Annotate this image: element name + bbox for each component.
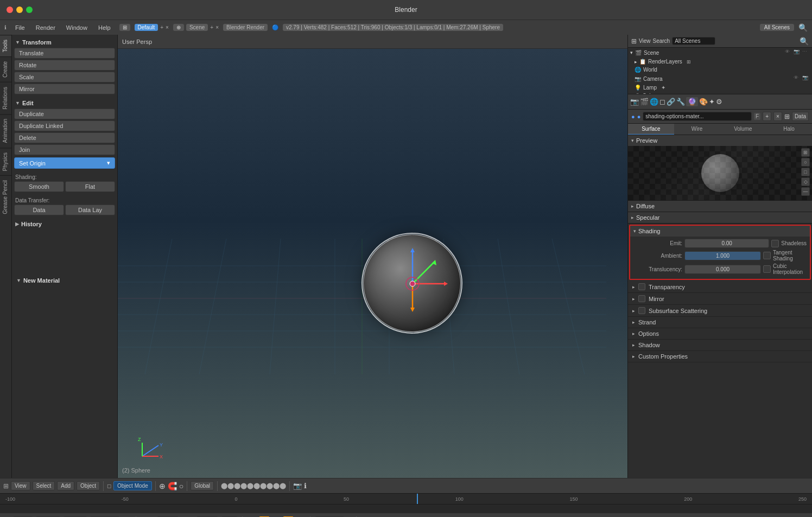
engine-badge[interactable]: Blender Render bbox=[223, 24, 268, 31]
duplicate-button[interactable]: Duplicate bbox=[14, 108, 115, 119]
subsurface-item[interactable]: ▸ Subsurface Scattering bbox=[628, 305, 812, 317]
scene-cam-icon[interactable]: 📷 bbox=[794, 49, 801, 56]
specular-header[interactable]: ▸ Specular bbox=[628, 212, 812, 223]
scene-lock-icon[interactable]: ⋯ bbox=[802, 49, 810, 56]
outliner-item-renderlayers[interactable]: ▸ 📋 RenderLayers ⊞ bbox=[628, 58, 812, 66]
flat-button[interactable]: Flat bbox=[65, 181, 115, 192]
all-scenes[interactable]: All Scenes bbox=[760, 24, 794, 31]
viewport[interactable]: User Persp bbox=[118, 35, 627, 478]
prop-icon-world[interactable]: 🌐 bbox=[650, 98, 658, 106]
material-name-input[interactable]: shading-options-mater... bbox=[643, 112, 752, 121]
mat-tab-volume[interactable]: Volume bbox=[720, 124, 766, 135]
mirror-checkbox[interactable] bbox=[638, 295, 645, 302]
proportional-icon[interactable]: ○ bbox=[179, 482, 183, 490]
shadeless-checkbox[interactable] bbox=[771, 240, 779, 247]
prop-icon-texture[interactable]: 🎨 bbox=[699, 98, 708, 106]
mirror-item[interactable]: ▸ Mirror bbox=[628, 293, 812, 305]
shading-header[interactable]: ▾ Shading bbox=[630, 226, 810, 237]
vtab-physics[interactable]: Physics bbox=[0, 148, 11, 175]
close-button[interactable] bbox=[7, 7, 13, 13]
transparency-item[interactable]: ▸ Transparency bbox=[628, 281, 812, 293]
preview-ctrl-5[interactable]: — bbox=[801, 187, 810, 196]
duplicate-linked-button[interactable]: Duplicate Linked bbox=[14, 120, 115, 131]
tangent-checkbox[interactable] bbox=[763, 252, 771, 259]
menu-render[interactable]: Render bbox=[31, 23, 60, 32]
prop-icon-particles[interactable]: ✦ bbox=[709, 98, 715, 106]
search-icon[interactable]: 🔍 bbox=[798, 23, 808, 32]
preview-ctrl-2[interactable]: ○ bbox=[801, 158, 810, 167]
strand-item[interactable]: ▸ Strand bbox=[628, 317, 812, 328]
render-icon[interactable]: 📷 bbox=[293, 482, 302, 490]
preview-ctrl-4[interactable]: ◇ bbox=[801, 177, 810, 186]
select-btn[interactable]: Select bbox=[33, 481, 55, 490]
workspace-badge[interactable]: Default bbox=[135, 24, 158, 31]
mat-tab-surface[interactable]: Surface bbox=[628, 124, 674, 135]
data-lay-button[interactable]: Data Lay bbox=[65, 205, 115, 215]
outliner-item-camera[interactable]: 📷 Camera 👁 📷 bbox=[628, 74, 812, 84]
vtab-create[interactable]: Create bbox=[0, 56, 11, 82]
camera-render-icon[interactable]: 📷 bbox=[802, 75, 810, 82]
delete-button[interactable]: Delete bbox=[14, 132, 115, 143]
vtab-tools[interactable]: Tools bbox=[0, 35, 11, 56]
translate-button[interactable]: Translate bbox=[14, 48, 115, 59]
global-btn[interactable]: Global bbox=[191, 481, 214, 490]
translucency-input[interactable]: 0.000 bbox=[684, 265, 761, 274]
outliner-item-world[interactable]: 🌐 World bbox=[628, 66, 812, 74]
mat-tab-wire[interactable]: Wire bbox=[674, 124, 720, 135]
set-origin-button[interactable]: Set Origin ▾ bbox=[14, 157, 115, 169]
scene-badge[interactable]: Scene bbox=[186, 24, 208, 31]
outliner-search-btn[interactable]: Search bbox=[653, 38, 670, 44]
camera-vis-icon[interactable]: 👁 bbox=[794, 75, 801, 82]
emit-input[interactable]: 0.00 bbox=[684, 239, 769, 248]
mat-add-btn[interactable]: + bbox=[763, 112, 771, 121]
maximize-button[interactable] bbox=[26, 7, 33, 13]
vtab-relations[interactable]: Relations bbox=[0, 82, 11, 114]
diffuse-header[interactable]: ▸ Diffuse bbox=[628, 201, 812, 212]
custom-props-item[interactable]: ▸ Custom Properties bbox=[628, 351, 812, 362]
outliner-item-scene[interactable]: ▾ 🎬 Scene 👁 📷 ⋯ bbox=[628, 48, 812, 58]
smooth-button[interactable]: Smooth bbox=[14, 181, 64, 192]
join-button[interactable]: Join bbox=[14, 144, 115, 155]
outliner-search-icon[interactable]: 🔍 bbox=[800, 37, 809, 46]
prop-icon-material[interactable]: 🔮 bbox=[686, 97, 698, 106]
info-icon[interactable]: ℹ bbox=[304, 482, 307, 490]
add-btn[interactable]: Add bbox=[57, 481, 74, 490]
snap-icon[interactable]: 🧲 bbox=[168, 482, 177, 490]
outliner-item-lamp[interactable]: 💡 Lamp ✦ bbox=[628, 84, 812, 92]
mirror-button[interactable]: Mirror bbox=[14, 84, 115, 94]
vtab-animation[interactable]: Animation bbox=[0, 114, 11, 147]
mat-browse-icon[interactable]: ⊞ bbox=[784, 113, 790, 120]
mat-remove-btn[interactable]: × bbox=[773, 112, 782, 121]
menu-file[interactable]: File bbox=[11, 23, 29, 32]
prop-icon-scene[interactable]: 🎬 bbox=[640, 98, 649, 106]
mat-tab-halo[interactable]: Halo bbox=[766, 124, 812, 135]
prop-icon-physics[interactable]: ⚙ bbox=[716, 98, 722, 106]
prop-icon-object[interactable]: ◻ bbox=[659, 98, 665, 106]
vtab-grease-pencil[interactable]: Grease Pencil bbox=[0, 175, 11, 219]
ambient-input[interactable]: 1.000 bbox=[684, 251, 761, 260]
subsurface-checkbox[interactable] bbox=[638, 307, 645, 314]
data-button[interactable]: Data bbox=[14, 205, 64, 215]
pivot-icon[interactable]: ⊕ bbox=[159, 482, 166, 490]
view-btn[interactable]: View bbox=[11, 481, 30, 490]
prop-icon-constraints[interactable]: 🔗 bbox=[667, 98, 675, 106]
scene-eye-icon[interactable]: 👁 bbox=[785, 49, 792, 56]
viewport-canvas[interactable]: X Y Z (2) Sphere bbox=[118, 49, 627, 478]
menu-window[interactable]: Window bbox=[62, 23, 92, 32]
mat-render-mode[interactable]: Data bbox=[792, 112, 809, 121]
preview-ctrl-3[interactable]: □ bbox=[801, 168, 810, 176]
rotate-button[interactable]: Rotate bbox=[14, 60, 115, 71]
cubic-checkbox[interactable] bbox=[763, 265, 771, 273]
menu-help[interactable]: Help bbox=[94, 23, 115, 32]
scale-button[interactable]: Scale bbox=[14, 72, 115, 82]
preview-ctrl-1[interactable]: ⊞ bbox=[801, 148, 810, 157]
object-btn[interactable]: Object bbox=[77, 481, 100, 490]
outliner-search-input[interactable]: All Scenes bbox=[672, 37, 715, 45]
sphere-object[interactable] bbox=[363, 234, 461, 332]
minimize-button[interactable] bbox=[16, 7, 23, 13]
shadow-item[interactable]: ▸ Shadow bbox=[628, 340, 812, 351]
prop-icon-render[interactable]: 📷 bbox=[630, 98, 639, 106]
transparency-checkbox[interactable] bbox=[638, 283, 645, 290]
preview-header[interactable]: ▾ Preview bbox=[628, 135, 812, 146]
mode-dropdown[interactable]: Object Mode bbox=[113, 481, 152, 490]
